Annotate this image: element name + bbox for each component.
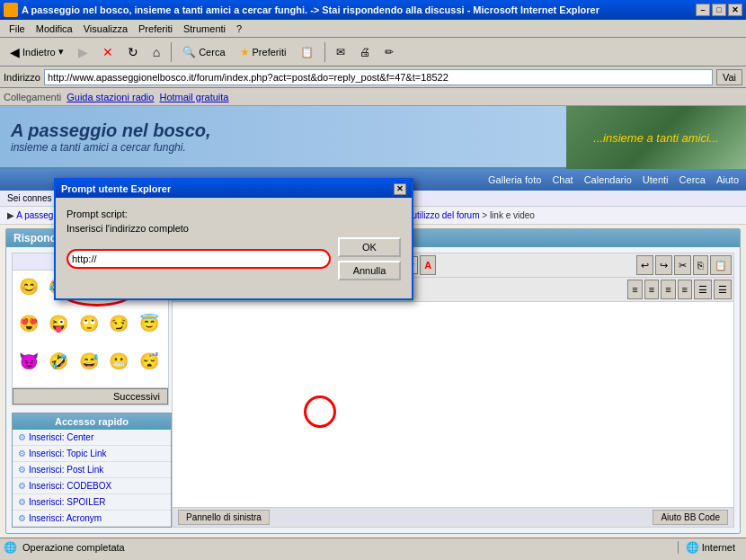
browser-content: A passeggio nel bosco, insieme a tanti a… xyxy=(0,106,746,538)
search-label: Cerca xyxy=(199,47,225,58)
ie-icon xyxy=(4,3,18,17)
separator-2 xyxy=(324,42,325,62)
modal-body: Prompt script: Inserisci l'indirizzo com… xyxy=(56,198,412,298)
favorites-label: Preferiti xyxy=(253,47,287,58)
search-icon: 🔍 xyxy=(182,46,196,58)
back-button[interactable]: ◀ Indietro ▾ xyxy=(4,40,70,64)
status-text: Operazione completata xyxy=(22,542,672,553)
modal-title: Prompt utente Explorer xyxy=(61,183,171,194)
window-controls[interactable]: – □ ✕ xyxy=(696,4,742,16)
menu-help[interactable]: ? xyxy=(231,22,247,36)
minimize-button[interactable]: – xyxy=(696,4,710,16)
maximize-button[interactable]: □ xyxy=(712,4,726,16)
modal-script-label: Prompt script: xyxy=(67,209,401,219)
modal-input-row: OK Annulla xyxy=(67,237,401,280)
address-label: Indirizzo xyxy=(4,72,40,83)
address-bar: Indirizzo Vai xyxy=(0,67,746,88)
forward-button[interactable]: ▶ xyxy=(72,40,94,64)
edit-button[interactable]: ✏ xyxy=(378,40,400,64)
prompt-dialog: Prompt utente Explorer ✕ Prompt script: … xyxy=(54,178,413,300)
back-label: Indietro xyxy=(22,47,56,58)
modal-title-bar: Prompt utente Explorer ✕ xyxy=(56,180,412,198)
favorites-star-icon: ★ xyxy=(240,46,250,58)
modal-instruction: Inserisci l'indirizzo completo xyxy=(67,223,401,234)
search-button[interactable]: 🔍 Cerca xyxy=(176,40,231,64)
stop-icon: ✕ xyxy=(102,45,113,59)
mail-icon: ✉ xyxy=(336,46,345,58)
print-button[interactable]: 🖨 xyxy=(353,40,377,64)
menu-modifica[interactable]: Modifica xyxy=(31,22,78,36)
separator-1 xyxy=(171,42,172,62)
history-icon: 📋 xyxy=(300,46,314,58)
print-icon: 🖨 xyxy=(360,46,370,58)
title-bar: A passeggio nel bosco, insieme a tanti a… xyxy=(0,0,746,20)
links-guida[interactable]: Guida stazioni radio xyxy=(67,92,154,102)
modal-cancel-button[interactable]: Annulla xyxy=(338,261,401,280)
links-bar: Collegamenti Guida stazioni radio Hotmai… xyxy=(0,88,746,106)
back-arrow-icon: ◀ xyxy=(10,45,20,59)
zone-label: Internet xyxy=(702,542,735,553)
links-label: Collegamenti xyxy=(4,92,61,102)
history-button[interactable]: 📋 xyxy=(294,40,320,64)
menu-visualizza[interactable]: Visualizza xyxy=(78,22,133,36)
modal-overlay: Prompt utente Explorer ✕ Prompt script: … xyxy=(0,106,746,538)
refresh-button[interactable]: ↻ xyxy=(121,40,145,64)
internet-zone: 🌐 Internet xyxy=(678,541,742,554)
go-button[interactable]: Vai xyxy=(716,69,742,85)
toolbar: ◀ Indietro ▾ ▶ ✕ ↻ ⌂ 🔍 Cerca ★ Preferiti… xyxy=(0,38,746,67)
menu-bar: File Modifica Visualizza Preferiti Strum… xyxy=(0,20,746,38)
menu-strumenti[interactable]: Strumenti xyxy=(178,22,231,36)
window-title: A passeggio nel bosco, insieme a tanti a… xyxy=(22,4,696,15)
home-button[interactable]: ⌂ xyxy=(147,40,166,64)
edit-icon: ✏ xyxy=(385,46,394,58)
links-hotmail[interactable]: Hotmail gratuita xyxy=(159,92,228,102)
modal-buttons: OK Annulla xyxy=(338,237,401,280)
back-dropdown-icon: ▾ xyxy=(58,46,64,58)
close-button[interactable]: ✕ xyxy=(728,4,742,16)
status-right: 🌐 Internet xyxy=(678,541,742,554)
menu-preferiti[interactable]: Preferiti xyxy=(133,22,178,36)
modal-ok-button[interactable]: OK xyxy=(338,237,401,257)
modal-url-input[interactable] xyxy=(67,249,331,269)
status-bar: 🌐 Operazione completata 🌐 Internet xyxy=(0,538,746,556)
zone-icon: 🌐 xyxy=(686,541,699,554)
stop-button[interactable]: ✕ xyxy=(96,40,120,64)
forward-arrow-icon: ▶ xyxy=(78,45,88,59)
mail-button[interactable]: ✉ xyxy=(330,40,351,64)
menu-file[interactable]: File xyxy=(4,22,31,36)
refresh-icon: ↻ xyxy=(128,45,138,59)
modal-close-button[interactable]: ✕ xyxy=(394,183,406,195)
favorites-button[interactable]: ★ Preferiti xyxy=(234,40,293,64)
home-icon: ⌂ xyxy=(153,45,160,59)
status-icon: 🌐 xyxy=(4,541,17,554)
address-input[interactable] xyxy=(44,69,713,85)
